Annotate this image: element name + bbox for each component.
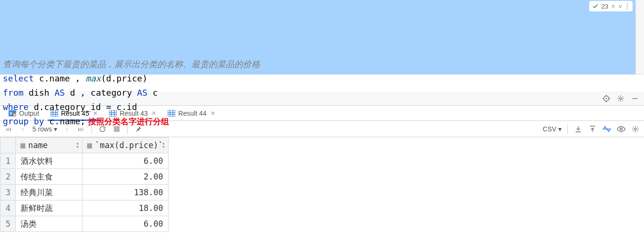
sql-editor-pane: 查询每个分类下最贵的菜品，展示出分类的名称、最贵的菜品的价格 select c.… (0, 0, 644, 91)
cell-price[interactable]: 6.00 (82, 216, 169, 232)
cell-price[interactable]: 138.00 (82, 185, 169, 200)
problem-count: 23 (602, 3, 608, 10)
sort-icon[interactable]: ▴▾ (162, 141, 165, 149)
prev-problem-icon[interactable]: ∧ (611, 3, 615, 10)
column-icon: ▦ (87, 140, 92, 150)
inspection-badge[interactable]: 23 ∧ ∨ ┆ (589, 1, 633, 11)
table-row[interactable]: 3经典川菜138.00 (0, 185, 169, 200)
sort-icon[interactable]: ▴▾ (76, 141, 79, 149)
fn-max: max (85, 73, 101, 83)
kw-select: select (3, 73, 34, 83)
result-table: ▦name ▴▾ ▦`max(d.price)` ▴▾ 1酒水饮料6.002传统… (0, 137, 169, 232)
row-number: 2 (0, 169, 16, 185)
table-row[interactable]: 4新鲜时蔬18.00 (0, 200, 169, 216)
column-label: name (28, 140, 48, 150)
sql-editor[interactable]: 查询每个分类下最贵的菜品，展示出分类的名称、最贵的菜品的价格 select c.… (0, 0, 644, 74)
inline-annotation: 按照分类名字进行分组 (88, 117, 169, 126)
row-number: 3 (0, 185, 16, 200)
kw-groupby: group by (3, 116, 44, 126)
column-header-name[interactable]: ▦name ▴▾ (16, 138, 82, 153)
cell-price[interactable]: 2.00 (82, 169, 169, 185)
check-icon (592, 3, 599, 10)
column-icon: ▦ (20, 140, 25, 150)
table-row[interactable]: 2传统主食2.00 (0, 169, 169, 185)
table-row[interactable]: 5汤类6.00 (0, 216, 169, 232)
kw-from: from (3, 88, 23, 98)
cell-name[interactable]: 汤类 (16, 216, 82, 232)
ident: c.name (39, 73, 70, 83)
cell-name[interactable]: 经典川菜 (16, 185, 82, 200)
row-number: 5 (0, 216, 16, 232)
column-header-maxprice[interactable]: ▦`max(d.price)` ▴▾ (82, 138, 169, 153)
kw-where: where (3, 102, 29, 112)
sql-comment: 查询每个分类下最贵的菜品，展示出分类的名称、最贵的菜品的价格 (3, 59, 260, 69)
next-problem-icon[interactable]: ∨ (618, 3, 623, 10)
cell-name[interactable]: 新鲜时蔬 (16, 200, 82, 216)
row-number: 4 (0, 200, 16, 216)
cell-name[interactable]: 传统主食 (16, 169, 82, 185)
column-label: `max(d.price)` (95, 140, 163, 150)
cell-price[interactable]: 18.00 (82, 200, 169, 216)
sql-code: 查询每个分类下最贵的菜品，展示出分类的名称、最贵的菜品的价格 select c.… (3, 43, 641, 129)
more-icon[interactable]: ┆ (625, 3, 630, 10)
